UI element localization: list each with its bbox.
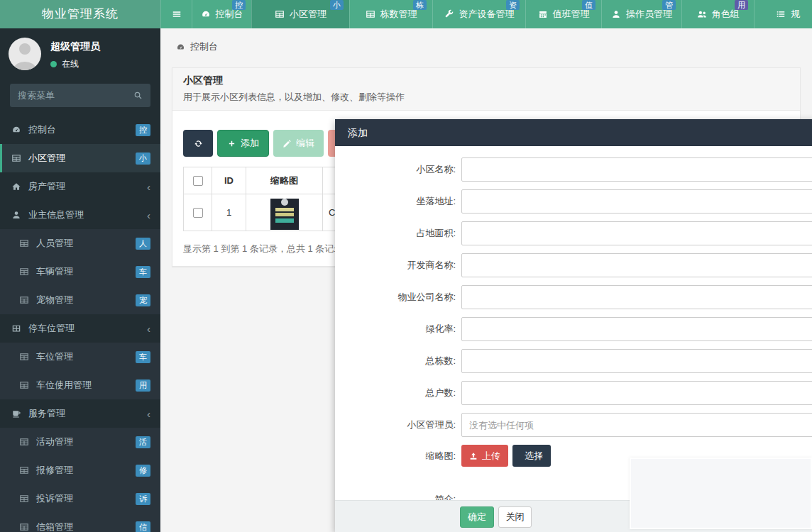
upload-icon: [469, 452, 478, 460]
intro-field-label: 简介:: [335, 493, 456, 500]
sidebar-item-8[interactable]: 车位管理车: [0, 343, 160, 371]
field-row-2: 占地面积:: [335, 221, 812, 245]
nav-item-operator[interactable]: 操作员管理管: [601, 0, 681, 28]
table-icon: [18, 295, 30, 305]
field-label: 总栋数:: [335, 349, 456, 373]
nav-item-dashboard[interactable]: 控制台控: [192, 0, 251, 28]
sidebar-item-10[interactable]: 服务管理‹: [0, 399, 160, 428]
pencil-icon: [282, 139, 292, 148]
list-icon: [776, 9, 786, 19]
sidebar-menu: 控制台控小区管理小房产管理‹业主信息管理‹人员管理人车辆管理车宠物管理宠停车位管…: [0, 116, 160, 532]
sidebar-item-badge: 车: [136, 266, 150, 278]
sidebar-item-label: 房产管理: [28, 180, 147, 193]
add-button[interactable]: 添加: [217, 130, 269, 157]
field-input-2[interactable]: [461, 221, 812, 245]
nav-item-badge: 小: [330, 0, 344, 10]
panel-header: 小区管理 用于展示小区列表信息，以及增加、修改、删除等操作: [172, 68, 800, 111]
sidebar-item-badge: 信: [136, 521, 150, 532]
nav-item-label: 规: [791, 8, 800, 21]
sidebar-item-9[interactable]: 车位使用管理用: [0, 371, 160, 399]
row-thumbnail-image[interactable]: [270, 199, 299, 230]
chevron-left-icon: ‹: [147, 210, 150, 221]
user-icon: [11, 210, 22, 220]
nav-item-community[interactable]: 小区管理小: [251, 0, 349, 28]
nav-item-menu-toggle[interactable]: [160, 0, 192, 28]
field-label: 总户数:: [335, 381, 456, 405]
field-input-0[interactable]: [461, 157, 812, 182]
plus-icon: [227, 139, 236, 148]
sidebar-item-2[interactable]: 房产管理‹: [0, 172, 160, 201]
community-manager-input[interactable]: [461, 413, 812, 437]
choose-button-label: 选择: [525, 450, 543, 462]
modal-header: 添加: [335, 119, 812, 146]
sidebar-item-label: 停车位管理: [28, 322, 147, 335]
sidebar-item-3[interactable]: 业主信息管理‹: [0, 201, 160, 229]
upload-button[interactable]: 上传: [461, 445, 508, 467]
sidebar-item-label: 活动管理: [36, 436, 136, 448]
nav-item-badge: 管: [662, 0, 676, 10]
close-button[interactable]: 关闭: [498, 506, 532, 528]
sidebar-item-7[interactable]: 停车位管理‹: [0, 314, 160, 343]
sidebar-item-badge: 活: [136, 436, 150, 448]
field-row-5: 绿化率:: [335, 317, 812, 341]
sidebar-item-badge: 车: [136, 351, 150, 363]
topnav-items: 控制台控小区管理小栋数管理栋资产设备管理资值班管理值操作员管理管角色组用规: [160, 0, 812, 28]
nav-item-badge: 用: [735, 0, 748, 10]
confirm-button[interactable]: 确定: [460, 506, 494, 528]
user-icon: [611, 9, 621, 19]
breadcrumb-label: 控制台: [190, 40, 218, 53]
field-input-4[interactable]: [461, 285, 812, 309]
refresh-button[interactable]: [183, 130, 213, 157]
sidebar-item-11[interactable]: 活动管理活: [0, 428, 160, 456]
sidebar-item-4[interactable]: 人员管理人: [0, 229, 160, 257]
panel-subtitle: 用于展示小区列表信息，以及增加、修改、删除等操作: [183, 91, 789, 104]
field-input-7[interactable]: [461, 381, 812, 405]
sidebar-item-13[interactable]: 投诉管理诉: [0, 484, 160, 513]
nav-item-duty[interactable]: 值班管理值: [525, 0, 601, 28]
search-input[interactable]: [18, 90, 133, 101]
sidebar-item-badge: 修: [136, 465, 150, 477]
field-label: 物业公司名称:: [335, 285, 456, 309]
refresh-icon: [194, 139, 203, 148]
sidebar-item-1[interactable]: 小区管理小: [0, 144, 160, 172]
field-row-3: 开发商名称:: [335, 253, 812, 277]
nav-item-rule[interactable]: 规: [754, 0, 812, 28]
table-icon: [18, 380, 30, 390]
sidebar-item-badge: 宠: [136, 294, 150, 306]
field-input-3[interactable]: [461, 253, 812, 277]
sidebar-item-0[interactable]: 控制台控: [0, 116, 160, 144]
nav-item-asset[interactable]: 资产设备管理资: [432, 0, 525, 28]
sidebar-item-label: 服务管理: [28, 407, 147, 420]
nav-item-badge: 值: [582, 0, 596, 10]
modal-title: 添加: [348, 127, 368, 138]
choose-button[interactable]: 选择: [512, 445, 551, 467]
field-input-1[interactable]: [461, 189, 812, 214]
row-id: 1: [212, 194, 246, 231]
user-panel: 超级管理员 在线: [0, 28, 160, 79]
sidebar-item-14[interactable]: 信箱管理信: [0, 513, 160, 532]
user-name: 超级管理员: [50, 40, 100, 53]
sidebar-item-6[interactable]: 宠物管理宠: [0, 286, 160, 314]
field-row-4: 物业公司名称:: [335, 285, 812, 309]
nav-item-building[interactable]: 栋数管理栋: [349, 0, 432, 28]
nav-item-label: 小区管理: [290, 8, 327, 21]
field-input-6[interactable]: [461, 349, 812, 373]
breadcrumb[interactable]: 控制台: [160, 28, 812, 53]
col-header-thumb: 缩略图: [246, 167, 323, 194]
cup-icon: [11, 409, 22, 419]
avatar[interactable]: [9, 38, 41, 70]
field-label: 小区管理员:: [335, 413, 456, 437]
field-label: 占地面积:: [335, 221, 456, 245]
sidebar-item-label: 人员管理: [36, 237, 136, 250]
nav-item-role-group[interactable]: 角色组用: [681, 0, 754, 28]
table-icon: [18, 437, 30, 447]
sidebar-item-12[interactable]: 报修管理修: [0, 456, 160, 484]
search-icon[interactable]: [133, 91, 143, 100]
row-checkbox[interactable]: [193, 208, 203, 218]
field-input-5[interactable]: [461, 317, 812, 341]
table-icon: [18, 352, 30, 362]
sidebar-item-5[interactable]: 车辆管理车: [0, 257, 160, 286]
table-icon: [366, 9, 375, 19]
select-all-checkbox[interactable]: [193, 176, 203, 186]
edit-button[interactable]: 编辑: [273, 130, 324, 157]
